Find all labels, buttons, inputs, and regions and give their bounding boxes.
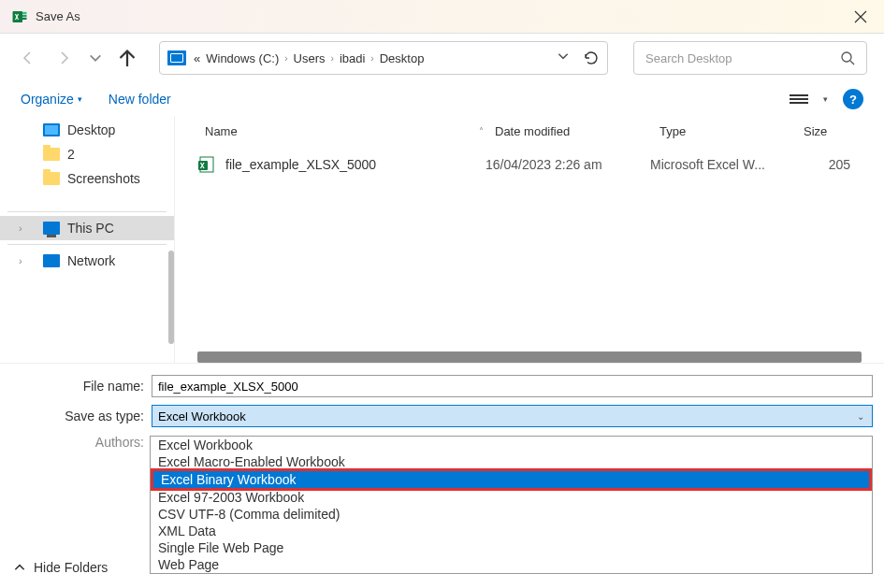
main-area: Desktop 2 Screenshots › This PC › Networ… bbox=[0, 116, 884, 363]
search-box[interactable] bbox=[633, 41, 867, 75]
navbar: « Windows (C:) › Users › ibadi › Desktop bbox=[0, 34, 884, 82]
savetype-select[interactable]: Excel Workbook ⌄ bbox=[152, 405, 873, 427]
file-list: Name ˄ Date modified Type Size file_exam… bbox=[174, 116, 884, 363]
dropdown-option[interactable]: Excel 97-2003 Workbook bbox=[151, 489, 872, 506]
savetype-dropdown: Excel Workbook Excel Macro-Enabled Workb… bbox=[150, 436, 873, 574]
chevron-down-icon: ⌄ bbox=[857, 411, 864, 422]
column-headers: Name ˄ Date modified Type Size bbox=[175, 116, 884, 146]
column-header-size[interactable]: Size bbox=[804, 124, 860, 138]
sort-indicator-icon: ˄ bbox=[479, 126, 484, 136]
file-date: 16/04/2023 2:26 am bbox=[485, 157, 650, 172]
folder-icon bbox=[43, 172, 60, 185]
titlebar: Save As bbox=[0, 0, 884, 34]
chevron-up-icon bbox=[13, 561, 26, 574]
dropdown-option[interactable]: Web Page bbox=[151, 556, 872, 573]
new-folder-button[interactable]: New folder bbox=[109, 92, 171, 107]
recent-locations-button[interactable] bbox=[88, 50, 103, 65]
svg-point-4 bbox=[842, 52, 851, 62]
divider bbox=[7, 244, 167, 245]
excel-file-icon bbox=[197, 155, 216, 174]
dropdown-option[interactable]: Single File Web Page bbox=[151, 539, 872, 556]
chevron-down-icon[interactable] bbox=[557, 50, 570, 66]
up-button[interactable] bbox=[116, 47, 138, 69]
sidebar: Desktop 2 Screenshots › This PC › Networ… bbox=[0, 116, 174, 363]
crumb-item[interactable]: Windows (C:) bbox=[206, 51, 279, 65]
crumb-item[interactable]: Users bbox=[294, 51, 326, 65]
help-icon[interactable]: ? bbox=[843, 89, 863, 109]
column-header-date[interactable]: Date modified bbox=[495, 124, 659, 138]
breadcrumb-path: « Windows (C:) › Users › ibadi › Desktop bbox=[194, 51, 549, 65]
sidebar-item-folder[interactable]: Screenshots bbox=[0, 166, 174, 191]
desktop-icon bbox=[43, 123, 60, 136]
chevron-right-icon[interactable]: › bbox=[19, 255, 22, 266]
chevron-right-icon[interactable]: › bbox=[19, 222, 22, 234]
sidebar-item-desktop[interactable]: Desktop bbox=[0, 118, 174, 142]
close-icon[interactable] bbox=[854, 10, 867, 23]
column-header-name[interactable]: Name ˄ bbox=[205, 124, 495, 138]
sidebar-item-folder[interactable]: 2 bbox=[0, 142, 174, 166]
search-icon bbox=[840, 50, 855, 65]
search-input[interactable] bbox=[645, 51, 840, 65]
file-row[interactable]: file_example_XLSX_5000 16/04/2023 2:26 a… bbox=[175, 146, 884, 183]
chevron-right-icon: › bbox=[331, 53, 334, 64]
caret-down-icon: ▾ bbox=[78, 94, 82, 104]
divider bbox=[7, 211, 167, 212]
network-icon bbox=[43, 254, 60, 267]
highlight-box: Excel Binary Workbook bbox=[151, 468, 872, 491]
drive-icon bbox=[167, 50, 186, 65]
sidebar-item-this-pc[interactable]: › This PC bbox=[0, 216, 174, 240]
svg-rect-3 bbox=[22, 17, 27, 19]
column-header-type[interactable]: Type bbox=[659, 124, 804, 138]
caret-down-icon[interactable]: ▾ bbox=[823, 94, 828, 104]
toolbar: Organize ▾ New folder ▾ ? bbox=[0, 82, 884, 116]
crumb-item[interactable]: ibadi bbox=[340, 51, 365, 65]
folder-icon bbox=[43, 148, 60, 161]
dropdown-option[interactable]: XML Data bbox=[151, 523, 872, 539]
refresh-icon[interactable] bbox=[583, 50, 600, 66]
breadcrumb[interactable]: « Windows (C:) › Users › ibadi › Desktop bbox=[159, 41, 608, 75]
hide-folders-button[interactable]: Hide Folders bbox=[13, 560, 108, 575]
svg-rect-6 bbox=[198, 161, 208, 170]
svg-rect-0 bbox=[13, 11, 23, 22]
filename-label: File name: bbox=[11, 379, 152, 394]
chevron-right-icon: › bbox=[370, 53, 373, 64]
pc-icon bbox=[43, 222, 60, 235]
sidebar-item-network[interactable]: › Network bbox=[0, 249, 174, 273]
filename-input[interactable] bbox=[152, 375, 873, 397]
organize-button[interactable]: Organize ▾ bbox=[21, 92, 82, 107]
svg-rect-1 bbox=[22, 11, 27, 13]
crumb-item[interactable]: Desktop bbox=[380, 51, 425, 65]
savetype-label: Save as type: bbox=[11, 409, 152, 423]
file-name-label: file_example_XLSX_5000 bbox=[225, 157, 376, 172]
crumb-prefix: « bbox=[194, 51, 200, 65]
excel-icon bbox=[11, 8, 28, 25]
svg-rect-2 bbox=[22, 14, 27, 16]
dropdown-option[interactable]: Excel Workbook bbox=[151, 437, 872, 453]
forward-button[interactable] bbox=[52, 47, 75, 69]
dropdown-option[interactable]: CSV UTF-8 (Comma delimited) bbox=[151, 506, 872, 523]
back-button[interactable] bbox=[17, 47, 39, 69]
window-title: Save As bbox=[36, 9, 80, 23]
authors-label: Authors: bbox=[11, 435, 152, 450]
file-type: Microsoft Excel W... bbox=[650, 157, 794, 172]
chevron-right-icon: › bbox=[284, 53, 287, 64]
scrollbar[interactable] bbox=[197, 351, 862, 363]
dropdown-option[interactable]: Excel Binary Workbook bbox=[153, 471, 869, 488]
view-options-button[interactable] bbox=[790, 90, 808, 108]
file-size: 205 bbox=[794, 157, 850, 172]
